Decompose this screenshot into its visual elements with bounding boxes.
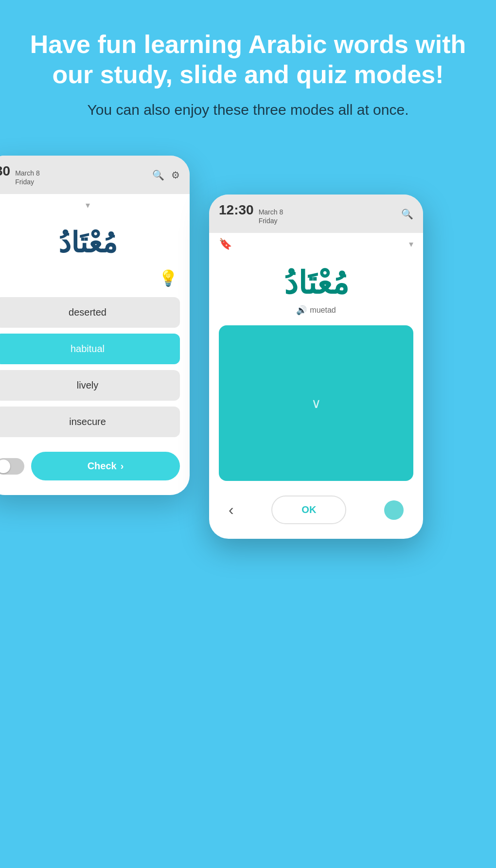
right-time: 12:30 [219,202,254,218]
check-button-label: Check [88,461,117,472]
settings-icon[interactable]: ⚙ [171,169,180,181]
right-status-icons: 🔍 [401,208,413,220]
search-icon[interactable]: 🔍 [152,169,164,181]
phone-right: 12:30 March 8 Friday 🔍 🔖 ▾ مُعْتَادُ 🔊 m… [209,195,423,539]
lightbulb-icon[interactable]: 💡 [159,269,178,287]
teal-flashcard[interactable]: ∨ [219,325,413,481]
left-app-header: ▾ [0,194,190,216]
hint-area: 💡 [0,264,190,292]
pronunciation-text: muetad [310,306,336,315]
left-time: 30 [0,163,10,179]
bottom-navigation: ‹ OK [209,486,423,539]
left-arabic-word-container: مُعْتَادُ [0,216,190,264]
right-status-bar: 12:30 March 8 Friday 🔍 [209,195,423,233]
card-chevron-icon: ∨ [311,395,321,411]
phones-container: 30 March 8 Friday 🔍 ⚙ ▾ مُعْتَادُ 💡 [0,156,496,539]
option-insecure[interactable]: insecure [0,407,180,437]
speaker-icon[interactable]: 🔊 [296,305,307,316]
phone-left: 30 March 8 Friday 🔍 ⚙ ▾ مُعْتَادُ 💡 [0,156,190,495]
left-date: March 8 Friday [15,169,40,186]
main-title: Have fun learning Arabic words with our … [29,29,467,90]
pronunciation-row: 🔊 muetad [219,305,413,316]
right-status-info: 12:30 March 8 Friday [219,202,283,225]
left-arabic-word: مُعْتَادُ [0,226,180,259]
header-section: Have fun learning Arabic words with our … [0,0,496,135]
left-status-icons: 🔍 ⚙ [152,169,180,181]
quiz-options: deserted habitual lively insecure [0,292,190,442]
option-habitual[interactable]: habitual [0,334,180,364]
nav-dot [384,500,404,520]
left-status-bar: 30 March 8 Friday 🔍 ⚙ [0,156,190,194]
check-arrow-icon: › [121,461,124,472]
right-date: March 8 Friday [259,208,283,225]
option-deserted[interactable]: deserted [0,297,180,328]
right-arabic-word: مُعْتَادُ [219,265,413,301]
check-area: Check › [0,442,190,495]
main-subtitle: You can also enjoy these three modes all… [29,100,467,120]
toggle-knob [0,460,10,473]
left-status-info: 30 March 8 Friday [0,163,40,186]
right-arabic-word-container: مُعْتَادُ 🔊 muetad [209,255,423,320]
dropdown-arrow-right[interactable]: ▾ [409,239,413,249]
back-button[interactable]: ‹ [229,501,234,519]
toggle-button[interactable] [0,458,24,475]
check-button[interactable]: Check › [31,452,180,480]
ok-button-label: OK [301,504,316,515]
bookmark-icon[interactable]: 🔖 [219,238,232,250]
option-lively[interactable]: lively [0,370,180,401]
back-arrow-icon: ‹ [229,501,234,518]
dropdown-arrow-left[interactable]: ▾ [86,200,90,211]
right-bookmark-area: 🔖 ▾ [209,233,423,255]
ok-button[interactable]: OK [271,496,346,524]
right-search-icon[interactable]: 🔍 [401,208,413,220]
